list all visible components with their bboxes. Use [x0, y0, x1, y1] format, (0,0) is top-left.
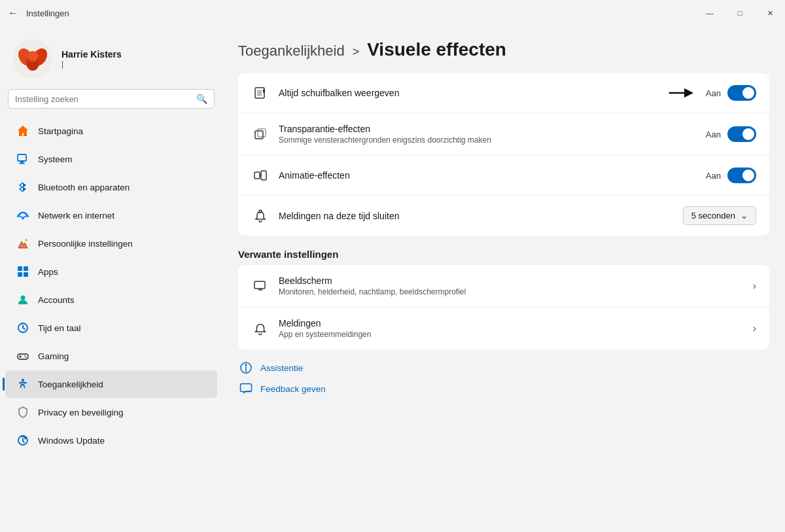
setting-icon-animation — [251, 166, 270, 185]
breadcrumb-chevron: > — [353, 45, 360, 59]
accounts-icon — [16, 293, 30, 307]
setting-row-scrollbars: Altijd schuifbalken weergeven Aan — [238, 73, 769, 113]
related-title: Verwante instellingen — [238, 249, 769, 260]
svg-rect-10 — [18, 266, 22, 271]
setting-label-group: Animatie-effecten — [279, 170, 697, 181]
svg-rect-29 — [255, 131, 263, 139]
related-row-notifications[interactable]: Meldingen App en systeemmeldingen › — [238, 308, 769, 349]
svg-rect-30 — [258, 129, 266, 137]
svg-point-8 — [22, 218, 24, 220]
maximize-button[interactable]: □ — [725, 0, 755, 26]
app-container: Harrie Kisters | 🔍 Startpagina Systeem B… — [0, 26, 785, 532]
back-button[interactable]: ← — [8, 7, 18, 19]
bottom-link-feedback[interactable]: Feedback geven — [238, 381, 769, 397]
svg-rect-12 — [18, 272, 22, 277]
related-icon-display — [251, 277, 270, 295]
setting-icon-transparency — [251, 125, 270, 143]
titlebar: ← Instellingen — □ ✕ — [0, 0, 785, 26]
apps-icon — [16, 264, 30, 279]
sidebar-item-accounts[interactable]: Accounts — [5, 286, 217, 313]
setting-row-transparency: Transparantie-effecten Sommige vensterac… — [238, 113, 769, 156]
svg-point-14 — [21, 296, 26, 300]
sidebar-item-label: Persoonlijke instellingen — [38, 239, 133, 249]
toggle-control: Aan — [706, 168, 756, 183]
user-name: Harrie Kisters — [61, 49, 122, 60]
svg-rect-13 — [24, 272, 28, 277]
bottom-link-icon-feedback — [238, 381, 254, 397]
sidebar-item-privacy[interactable]: Privacy en beveiliging — [5, 399, 217, 426]
sidebar-item-bluetooth[interactable]: Bluetooth en apparaten — [5, 173, 217, 201]
svg-rect-24 — [263, 89, 265, 93]
sidebar-item-network[interactable]: Netwerk en internet — [5, 202, 217, 229]
sidebar: Harrie Kisters | 🔍 Startpagina Systeem B… — [0, 26, 222, 532]
minimize-button[interactable]: — — [695, 0, 725, 26]
system-icon — [16, 152, 30, 166]
svg-rect-5 — [18, 154, 26, 161]
network-icon — [16, 208, 30, 222]
svg-point-20 — [26, 357, 27, 358]
page-header: Toegankelijkheid > Visuele effecten — [238, 39, 769, 60]
arrow-indicator — [668, 86, 694, 99]
sidebar-item-accessibility[interactable]: Toegankelijkheid — [5, 370, 217, 398]
setting-label-group: Altijd schuifbalken weergeven — [279, 88, 659, 98]
sidebar-item-gaming[interactable]: Gaming — [5, 342, 217, 370]
toggle-control: Aan — [668, 85, 756, 101]
toggle-switch[interactable] — [727, 85, 756, 101]
svg-rect-6 — [20, 162, 24, 163]
setting-label-group: Meldingen na deze tijd sluiten — [279, 211, 674, 221]
bottom-link-label: Feedback geven — [260, 384, 326, 394]
sidebar-item-system[interactable]: Systeem — [5, 145, 217, 173]
svg-rect-11 — [24, 266, 28, 271]
setting-desc: Sommige vensterach­tergronden enigszins … — [279, 135, 697, 145]
avatar — [13, 39, 52, 79]
sidebar-item-home[interactable]: Startpagina — [5, 117, 217, 145]
search-input[interactable] — [15, 94, 191, 104]
toggle-label: Aan — [706, 88, 721, 98]
sidebar-item-personalization[interactable]: Persoonlijke instellingen — [5, 230, 217, 257]
bottom-link-icon-assistance — [238, 360, 254, 376]
close-button[interactable]: ✕ — [755, 0, 785, 26]
user-info: Harrie Kisters | — [61, 49, 122, 69]
sidebar-item-label: Privacy en beveiliging — [38, 408, 124, 417]
related-desc: App en systeemmeldingen — [279, 330, 744, 339]
related-content: Meldingen App en systeemmeldingen — [279, 318, 744, 339]
personalization-icon — [16, 236, 30, 251]
sidebar-item-update[interactable]: Windows Update — [5, 427, 217, 454]
svg-point-4 — [27, 51, 38, 62]
sidebar-item-label: Bluetooth en apparaten — [38, 183, 130, 192]
user-sub: | — [61, 60, 122, 69]
setting-label-group: Transparantie-effecten Sommige vensterac… — [279, 124, 697, 145]
toggle-switch[interactable] — [727, 168, 756, 183]
user-section: Harrie Kisters | — [0, 26, 222, 89]
dropdown-select[interactable]: 5 seconden ⌄ — [683, 206, 756, 225]
sidebar-item-apps[interactable]: Apps — [5, 258, 217, 285]
main-content: Toegankelijkheid > Visuele effecten Alti… — [222, 26, 785, 532]
sidebar-item-label: Tijd en taal — [38, 323, 81, 333]
breadcrumb-parent: Toegankelijkheid — [238, 43, 345, 60]
setting-icon-scrollbars — [251, 84, 270, 102]
setting-row-notifications: Meldingen na deze tijd sluiten 5 seconde… — [238, 196, 769, 236]
bottom-link-assistance[interactable]: Assistentie — [238, 360, 769, 376]
toggle-switch[interactable] — [727, 126, 756, 142]
svg-rect-39 — [241, 384, 252, 392]
setting-row-animation: Animatie-effecten Aan — [238, 156, 769, 196]
settings-card: Altijd schuifbalken weergeven Aan Transp… — [238, 73, 769, 236]
related-row-display[interactable]: Beeldscherm Monitoren, helderheid, nacht… — [238, 265, 769, 308]
svg-rect-31 — [254, 172, 260, 179]
search-box[interactable]: 🔍 — [8, 89, 215, 109]
svg-rect-32 — [261, 171, 266, 180]
sidebar-item-label: Apps — [38, 267, 58, 277]
svg-point-19 — [24, 355, 26, 357]
chevron-down-icon: ⌄ — [741, 211, 748, 221]
related-desc: Monitoren, helderheid, nachtlamp, beelds… — [279, 287, 744, 296]
related-card: Beeldscherm Monitoren, helderheid, nacht… — [238, 265, 769, 349]
chevron-right-icon: › — [753, 323, 756, 334]
svg-rect-34 — [254, 281, 265, 289]
setting-label: Altijd schuifbalken weergeven — [279, 88, 659, 98]
sidebar-item-label: Systeem — [38, 154, 73, 164]
related-icon-notifications — [251, 319, 270, 338]
toggle-control: Aan — [706, 126, 756, 142]
sidebar-item-time[interactable]: Tijd en taal — [5, 314, 217, 342]
titlebar-title: Instellingen — [26, 9, 69, 18]
related-title-text: Beeldscherm — [279, 275, 744, 286]
